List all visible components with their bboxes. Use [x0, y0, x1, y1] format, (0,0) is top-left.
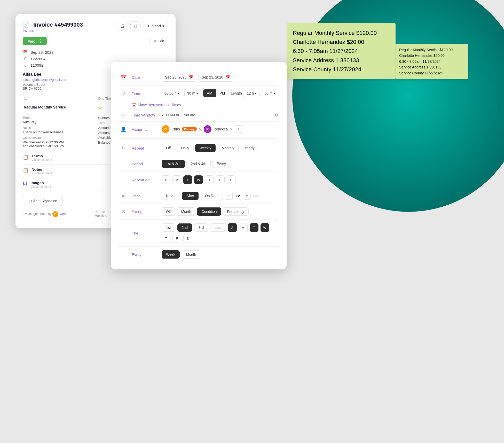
every-row: Every Week Month — [119, 247, 278, 262]
time-hour-unit: h — [175, 91, 177, 95]
primary-badge: Primary — [182, 127, 197, 131]
the-1st[interactable]: 1st — [162, 223, 175, 232]
am-button[interactable]: AM — [203, 89, 216, 97]
repeat-daily[interactable]: Daily — [177, 144, 193, 152]
the-day-mon[interactable]: M — [239, 223, 248, 232]
except-label: Except — [132, 209, 158, 214]
time-row: ⏱ Time 00:00 h ▾ 30 m ▾ AM PM Length 12 … — [119, 86, 278, 101]
period-every[interactable]: Every — [212, 160, 230, 168]
the-day-thu[interactable]: T — [162, 234, 170, 243]
total-label: Total — [98, 121, 105, 125]
pm-button[interactable]: PM — [216, 89, 229, 97]
notes-value: Thank ou for your business. — [23, 130, 93, 134]
checkin-value: We checked in at 12:36 PMand checked out… — [23, 140, 93, 148]
the-day-wed[interactable]: W — [261, 223, 269, 232]
sticky-front-line-3: 6:30 - 7:05am 11/27/2024 — [399, 59, 464, 64]
date-start-value: Sep 23, 2020 — [165, 75, 186, 79]
date-start-input[interactable]: Sep 23, 2020 📅 — [162, 73, 196, 82]
repeat-on-label: Repeat on — [132, 178, 158, 182]
day-fri[interactable]: F — [216, 175, 225, 184]
day-thu[interactable]: T — [205, 175, 214, 184]
length-hour-select[interactable]: 12 h ▾ — [244, 89, 259, 97]
repeat-row: ↻ Repeat Off Daily Weekly Monthly Yearly — [119, 140, 278, 156]
time-hour-select[interactable]: 00:00 h ▾ — [162, 89, 182, 97]
every-month[interactable]: Month — [182, 250, 201, 259]
except-off[interactable]: Off — [162, 207, 175, 216]
assign-to-label: Assign to — [132, 127, 158, 131]
except-condition[interactable]: Condition — [197, 207, 221, 216]
ends-row: ▶ Ends Never After On Date − 12 + jobs — [119, 188, 278, 204]
ends-plus-button[interactable]: + — [243, 192, 251, 200]
show-best-times-button[interactable]: 📅 Show Best Available Times — [132, 103, 181, 107]
ends-after[interactable]: After — [182, 192, 199, 200]
invoice-ref2: 110092 — [30, 63, 43, 67]
date-start-icon: 📅 — [188, 75, 193, 79]
length-minute-select[interactable]: 30 m ▾ — [262, 89, 278, 97]
period-2nd4th[interactable]: 2nd & 4th — [186, 160, 211, 168]
chris-remove-button[interactable]: ✕ — [199, 127, 202, 131]
except-month[interactable]: Month — [177, 207, 195, 216]
date-end-input[interactable]: Sep 23, 2020 📅 — [198, 73, 233, 82]
invoice-footer-generated: Invoice generated by C Chris — [23, 211, 67, 217]
assign-to-row: 👤 Assign to C Chris Primary ✕ R Rebecca … — [119, 122, 278, 137]
invoice-footer-link[interactable]: Invoice — [23, 212, 33, 216]
day-sat[interactable]: S — [227, 175, 235, 184]
the-day-sun[interactable]: S — [228, 223, 237, 232]
col-item: Item — [23, 95, 97, 102]
send-button[interactable]: ✈ Send ▾ — [143, 22, 168, 30]
notes-label: Notes — [23, 126, 93, 130]
terms-section-icon: 📋 — [23, 154, 28, 160]
repeat-weekly[interactable]: Weekly — [195, 144, 216, 152]
the-day-fri[interactable]: F — [172, 234, 181, 243]
chris-avatar: C — [162, 125, 169, 133]
ends-minus-button[interactable]: − — [225, 192, 233, 200]
gear-icon[interactable]: ⚙ — [275, 113, 278, 118]
ends-icon: ▶ — [119, 193, 128, 199]
time-minute-unit: m — [192, 91, 195, 95]
edit-label: ✏ Edit — [154, 39, 164, 43]
time-minute-value: 30 — [187, 91, 191, 95]
schedule-panel: 📅 Date Sep 23, 2020 📅 Sep 23, 2020 📅 ⏱ T… — [111, 62, 287, 269]
repeat-monthly[interactable]: Monthly — [217, 144, 239, 152]
day-tue[interactable]: T — [183, 175, 192, 184]
the-day-sat[interactable]: S — [183, 234, 192, 243]
add-assignee-button[interactable]: + — [235, 125, 242, 133]
download-button[interactable]: ⊟ — [130, 21, 140, 30]
day-sun[interactable]: S — [162, 175, 170, 184]
length-hour-unit: h — [252, 91, 254, 95]
repeat-yearly[interactable]: Yearly — [240, 144, 259, 152]
time-window-row: ✓ Time Window 7:00 AM to 11:00 AM ⚙ — [119, 108, 278, 122]
rebecca-remove-button[interactable]: ✕ — [230, 127, 233, 131]
period-1st3rd[interactable]: 1st & 3rd — [162, 160, 185, 168]
the-2nd[interactable]: 2nd — [177, 223, 192, 232]
print-button[interactable]: 🖨 — [117, 22, 128, 30]
date-icon: 📅 — [23, 50, 28, 55]
client-signature-button[interactable]: + Client Signature — [23, 196, 62, 206]
date-label: Date — [132, 75, 158, 80]
the-day-tue[interactable]: T — [250, 223, 258, 232]
time-minute-select[interactable]: 30 m ▾ — [184, 89, 201, 97]
client-sig-label: + Client Signature — [28, 199, 57, 203]
day-mon[interactable]: M — [172, 175, 181, 184]
the-last[interactable]: Last — [210, 223, 226, 232]
ends-label: Ends — [132, 194, 158, 198]
ends-never[interactable]: Never — [162, 192, 180, 200]
ends-on-date[interactable]: On Date — [201, 192, 223, 200]
show-times-label: Show Best Available Times — [138, 103, 181, 107]
edit-button[interactable]: ✏ Edit — [149, 37, 168, 45]
sticky-back-line-5: Service County 11/27/2024 — [293, 65, 390, 74]
every-week[interactable]: Week — [162, 250, 180, 259]
length-minute-chevron: ▾ — [274, 91, 275, 95]
the-3rd[interactable]: 3rd — [194, 223, 208, 232]
subtotal-label: Subtotal — [98, 116, 111, 120]
length-label: Length — [231, 91, 242, 95]
length-hour-value: 12 — [247, 91, 251, 95]
repeat-on-row: Repeat on S M T W T F S — [119, 172, 278, 188]
sticky-front-line-1: Regular Monthly Service $120.00 — [399, 47, 464, 53]
except-icon: ⊗ — [119, 209, 128, 214]
except-frequency[interactable]: Frequency — [223, 207, 249, 216]
repeat-off[interactable]: Off — [162, 144, 175, 152]
rebecca-name: Rebecca — [214, 127, 228, 131]
ref1-icon: 🗒 — [23, 57, 28, 61]
day-wed[interactable]: W — [194, 175, 203, 184]
